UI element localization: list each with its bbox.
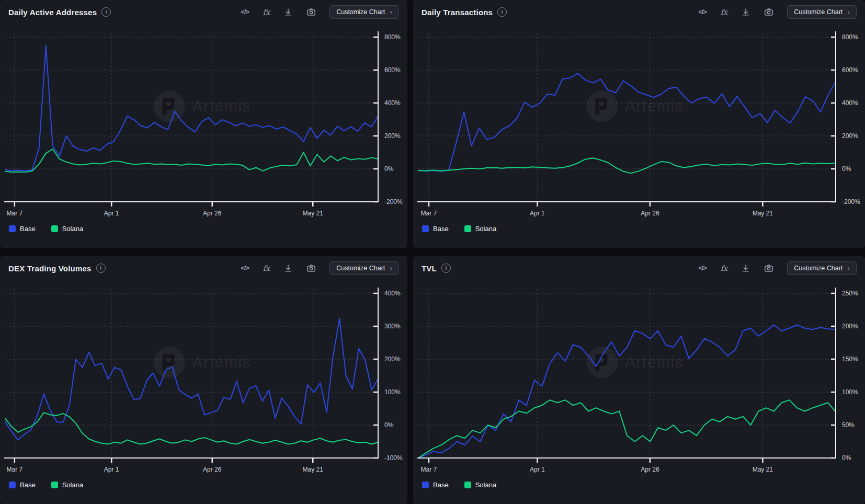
info-icon[interactable]: i	[441, 264, 451, 273]
embed-code-icon[interactable]: </>	[241, 265, 249, 272]
y-tick-label: 800%	[384, 33, 401, 41]
y-tick-label: 400%	[384, 290, 401, 297]
y-tick-label: -200%	[384, 198, 403, 205]
chevron-right-icon: ›	[847, 8, 850, 16]
y-tick-label: 200%	[384, 132, 401, 140]
x-tick-label: Mar 7	[6, 466, 22, 473]
legend-label: Solana	[62, 225, 83, 233]
artemis-logo-pixel	[599, 362, 605, 366]
artemis-logo-pixel	[167, 106, 172, 110]
download-icon[interactable]	[284, 8, 292, 16]
y-tick-label: 600%	[384, 66, 401, 74]
customize-chart-button[interactable]: Customize Chart ›	[329, 261, 399, 275]
series-line-solana	[418, 400, 836, 458]
camera-icon[interactable]	[306, 8, 316, 16]
download-icon[interactable]	[742, 8, 750, 16]
artemis-logo-pixel	[163, 354, 167, 371]
info-icon[interactable]: i	[497, 7, 507, 17]
formula-icon[interactable]: fx	[263, 264, 270, 272]
formula-icon[interactable]: fx	[263, 8, 270, 16]
artemis-watermark: Artemis	[586, 347, 684, 378]
chart-title: TVL	[422, 264, 437, 273]
chevron-right-icon: ›	[390, 8, 392, 16]
legend-item-solana[interactable]: Solana	[464, 481, 496, 489]
chart-legend: Base Solana	[0, 219, 407, 233]
y-tick-label: 800%	[842, 33, 858, 41]
y-tick-label: 200%	[842, 132, 858, 140]
y-tick-label: 100%	[384, 388, 401, 396]
y-tick-label: 200%	[384, 356, 401, 363]
solana-swatch	[51, 225, 58, 232]
legend-item-base[interactable]: Base	[422, 481, 449, 489]
series-line-base	[418, 325, 836, 459]
y-tick-label: -100%	[384, 454, 403, 462]
solana-swatch	[464, 482, 471, 488]
legend-item-base[interactable]: Base	[9, 225, 36, 233]
x-tick-label: May 21	[303, 466, 324, 473]
legend-item-base[interactable]: Base	[9, 481, 36, 489]
dashboard-grid: Daily Active Addresses i </> fx Customiz…	[0, 0, 865, 504]
camera-icon[interactable]	[764, 8, 773, 16]
solana-swatch	[51, 482, 58, 488]
chart-legend: Base Solana	[0, 475, 407, 489]
y-tick-label: 400%	[384, 99, 401, 107]
y-tick-label: 150%	[842, 356, 858, 363]
legend-item-solana[interactable]: Solana	[51, 481, 83, 489]
y-tick-label: 0%	[842, 454, 851, 462]
artemis-watermark-text: Artemis	[192, 353, 251, 371]
panel-header: DEX Trading Volumes i </> fx Customize C…	[0, 256, 407, 280]
customize-chart-button[interactable]: Customize Chart ›	[787, 261, 857, 275]
customize-chart-label: Customize Chart	[336, 8, 385, 16]
embed-code-icon[interactable]: </>	[241, 8, 249, 16]
x-tick-label: Mar 7	[421, 210, 437, 217]
series-line-solana	[418, 158, 836, 173]
chart-legend: Base Solana	[413, 219, 865, 233]
legend-label: Solana	[62, 481, 83, 489]
formula-icon[interactable]: fx	[721, 264, 728, 272]
panel-header: Daily Transactions i </> fx Customize Ch…	[413, 0, 865, 24]
line-chart-tvl[interactable]: Artemis250%200%150%100%50%0%Mar 7Apr 1Ap…	[413, 280, 865, 475]
x-tick-label: May 21	[753, 210, 773, 217]
legend-item-solana[interactable]: Solana	[464, 225, 496, 233]
base-swatch	[9, 482, 16, 488]
legend-label: Base	[433, 225, 449, 233]
artemis-watermark-text: Artemis	[625, 353, 684, 371]
info-icon[interactable]: i	[101, 7, 111, 17]
base-swatch	[422, 225, 429, 232]
artemis-logo-pixel	[163, 98, 167, 114]
customize-chart-button[interactable]: Customize Chart ›	[329, 5, 399, 19]
chart-title: DEX Trading Volumes	[8, 264, 92, 273]
info-icon[interactable]: i	[96, 264, 106, 273]
download-icon[interactable]	[284, 264, 292, 272]
chart-legend: Base Solana	[413, 475, 865, 489]
chart-title: Daily Transactions	[422, 8, 493, 17]
customize-chart-button[interactable]: Customize Chart ›	[787, 5, 857, 19]
line-chart-daily-transactions[interactable]: Artemis800%600%400%200%0%-200%Mar 7Apr 1…	[413, 24, 865, 219]
x-tick-label: Apr 26	[203, 210, 222, 217]
line-chart-dex-trading-volumes[interactable]: Artemis400%300%200%100%0%-100%Mar 7Apr 1…	[0, 280, 407, 475]
legend-label: Solana	[475, 481, 496, 489]
camera-icon[interactable]	[306, 264, 316, 272]
legend-item-solana[interactable]: Solana	[51, 225, 83, 233]
x-tick-label: Apr 26	[641, 466, 659, 473]
panel-header: Daily Active Addresses i </> fx Customiz…	[0, 0, 407, 24]
y-tick-label: 600%	[842, 66, 858, 74]
panel-daily-transactions: Daily Transactions i </> fx Customize Ch…	[413, 0, 865, 248]
artemis-logo-pixel	[167, 362, 172, 366]
artemis-watermark-text: Artemis	[625, 97, 684, 114]
embed-code-icon[interactable]: </>	[699, 265, 707, 272]
x-tick-label: May 21	[303, 210, 324, 217]
legend-item-base[interactable]: Base	[422, 225, 449, 233]
download-icon[interactable]	[742, 264, 750, 272]
artemis-logo-pixel	[599, 106, 605, 110]
series-line-base	[418, 73, 836, 171]
x-tick-label: Apr 1	[530, 210, 545, 217]
chevron-right-icon: ›	[390, 265, 392, 272]
formula-icon[interactable]: fx	[721, 8, 728, 16]
y-tick-label: 200%	[842, 323, 858, 330]
y-tick-label: 300%	[384, 323, 401, 330]
embed-code-icon[interactable]: </>	[699, 8, 707, 16]
line-chart-daily-active-addresses[interactable]: Artemis800%600%400%200%0%-200%Mar 7Apr 1…	[0, 24, 407, 219]
camera-icon[interactable]	[764, 264, 773, 272]
x-tick-label: Mar 7	[6, 210, 22, 217]
